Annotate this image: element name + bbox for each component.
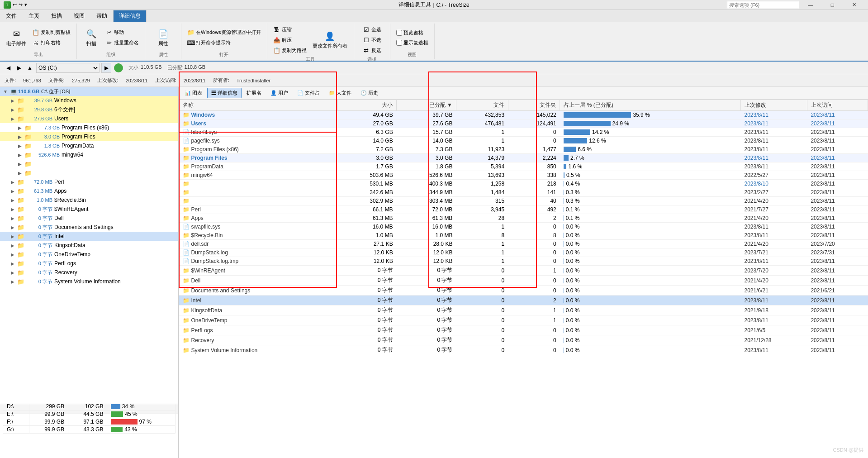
- tree-expand-20[interactable]: ▶: [9, 278, 16, 285]
- ribbon-btn-show-checkbox[interactable]: 显示复选框: [394, 38, 431, 48]
- tree-expand-15[interactable]: ▶: [9, 233, 16, 240]
- file-row-18[interactable]: 📁 $WinREAgent 0 字节 0 字节 0 1 0.0 % 2023/7…: [179, 266, 868, 276]
- col-folders[interactable]: 文件夹: [508, 100, 560, 111]
- tab-details[interactable]: 详细信息: [113, 10, 147, 22]
- tree-expand-6[interactable]: ▶: [16, 151, 24, 158]
- rescan-button[interactable]: [114, 63, 123, 72]
- col-files[interactable]: 文件: [456, 100, 508, 111]
- ribbon-btn-open-cmd[interactable]: ⌨ 打开命令提示符: [185, 38, 263, 48]
- forward-button[interactable]: ▶: [14, 63, 24, 72]
- preview-pane-checkbox[interactable]: [396, 30, 402, 36]
- go-button[interactable]: ▶: [101, 63, 111, 73]
- file-row-22[interactable]: 📁 KingsoftData 0 字节 0 字节 0 1 0.0 % 2021/…: [179, 305, 868, 315]
- tree-item-13[interactable]: ▶📁0 字节Dell: [0, 214, 178, 223]
- col-modified[interactable]: 上次修改: [740, 100, 807, 111]
- tab-scan[interactable]: 扫描: [45, 10, 68, 22]
- disk-row-1[interactable]: D:\ 299 GB 102 GB 34 %: [3, 404, 175, 410]
- file-row-4[interactable]: 📁 Program Files (x86) 7.2 GB 7.3 GB 11,9…: [179, 145, 868, 154]
- tree-expand-7[interactable]: ▶: [16, 160, 24, 167]
- tree-item-9[interactable]: ▶📁72.0 MBPerl: [0, 177, 178, 186]
- tree-item-4[interactable]: ▶📁3.0 GBProgram Files: [0, 132, 178, 141]
- tree-expand-16[interactable]: ▶: [9, 242, 16, 249]
- view-tab-4[interactable]: 📄 文件占: [293, 88, 324, 98]
- tree-expand-3[interactable]: ▶: [16, 124, 24, 131]
- file-row-20[interactable]: 📁 Documents and Settings 0 字节 0 字节 0 0 0…: [179, 286, 868, 296]
- up-button[interactable]: ▲: [25, 63, 34, 72]
- show-checkbox-checkbox[interactable]: [396, 40, 402, 46]
- view-tab-1[interactable]: ☰ 详细信息: [207, 88, 242, 98]
- file-row-15[interactable]: 📄 dell.sdr 27.1 KB 28.0 KB 1 0 0.0 % 202…: [179, 240, 868, 248]
- tree-item-10[interactable]: ▶📁61.3 MBApps: [0, 186, 178, 196]
- tree-item-17[interactable]: ▶📁0 字节OneDriveTemp: [0, 250, 178, 259]
- tree-expand-10[interactable]: ▶: [9, 187, 16, 195]
- quick-back[interactable]: ↩: [13, 2, 17, 8]
- tree-item-20[interactable]: ▶📁0 字节System Volume Information: [0, 277, 178, 286]
- file-row-2[interactable]: 📄 hiberfil.sys 6.3 GB 15.7 GB 1 0 14.2 %…: [179, 128, 868, 137]
- ribbon-btn-attributes[interactable]: 📄 属性: [152, 27, 174, 49]
- close-button[interactable]: ✕: [844, 0, 864, 10]
- ribbon-btn-compress[interactable]: 🗜 压缩: [271, 24, 309, 34]
- tab-help[interactable]: 帮助: [90, 10, 113, 22]
- file-row-12[interactable]: 📁 Apps 61.3 MB 61.3 MB 28 2 0.1 % 2021/4…: [179, 214, 868, 223]
- file-row-24[interactable]: 📁 PerfLogs 0 字节 0 字节 0 0 0.0 % 2021/6/5 …: [179, 325, 868, 335]
- ribbon-btn-rename[interactable]: ✏ 批量重命名: [103, 38, 141, 48]
- file-row-13[interactable]: 📄 swapfile.sys 16.0 MB 16.0 MB 1 0 0.0 %…: [179, 223, 868, 231]
- maximize-button[interactable]: □: [822, 0, 843, 10]
- view-tab-3[interactable]: 👤 用户: [266, 88, 292, 98]
- file-row-26[interactable]: 📁 System Volume Information 0 字节 0 字节 0 …: [179, 345, 868, 355]
- tree-expand-4[interactable]: ▶: [16, 133, 24, 140]
- tree-item-7[interactable]: ▶📁: [0, 159, 178, 168]
- file-row-6[interactable]: 📁 ProgramData 1.7 GB 1.8 GB 5,394 850 1.…: [179, 162, 868, 171]
- root-expand[interactable]: ▼: [2, 88, 9, 95]
- col-allocated[interactable]: 已分配 ▼: [397, 100, 456, 111]
- back-button[interactable]: ◀: [4, 63, 13, 72]
- ribbon-btn-preview-pane[interactable]: 预览窗格: [394, 28, 431, 38]
- disk-row-4[interactable]: G:\ 99.9 GB 43.3 GB 43 %: [3, 425, 175, 433]
- tree-expand-12[interactable]: ▶: [9, 205, 16, 213]
- tree-expand-5[interactable]: ▶: [16, 142, 24, 149]
- tree-expand-9[interactable]: ▶: [9, 178, 16, 186]
- disk-row-2[interactable]: E:\ 99.9 GB 44.5 GB 45 %: [3, 410, 175, 418]
- ribbon-btn-scan[interactable]: 🔍 扫描: [81, 27, 102, 49]
- right-content[interactable]: 名称 大小 已分配 ▼ 文件 文件夹 占上一层 % (已分配) 上次修改 上次访…: [179, 100, 868, 458]
- view-tab-2[interactable]: 扩展名: [242, 88, 266, 98]
- ribbon-btn-select-none[interactable]: ☐ 不选: [360, 35, 384, 45]
- tab-home[interactable]: 主页: [23, 10, 45, 22]
- file-row-9[interactable]: 📁 342.6 MB 344.9 MB 1,484 141 0.3 % 2023…: [179, 188, 868, 197]
- ribbon-btn-print[interactable]: 🖨 打印右格: [30, 38, 73, 48]
- tree-item-8[interactable]: ▶📁: [0, 168, 178, 177]
- file-row-21[interactable]: 📁 Intel 0 字节 0 字节 0 2 0.0 % 2023/8/11 20…: [179, 296, 868, 305]
- tree-expand-0[interactable]: ▶: [9, 97, 16, 104]
- file-row-23[interactable]: 📁 OneDriveTemp 0 字节 0 字节 0 1 0.0 % 2023/…: [179, 315, 868, 325]
- ribbon-btn-change-owner[interactable]: 👤 更改文件所有者: [310, 29, 350, 51]
- ribbon-btn-select-all[interactable]: ☑ 全选: [360, 24, 384, 34]
- file-row-5[interactable]: 📁 Program Files 3.0 GB 3.0 GB 14,379 2,2…: [179, 154, 868, 162]
- search-input[interactable]: [727, 1, 799, 9]
- file-row-7[interactable]: 📁 mingw64 503.6 MB 526.6 MB 13,693 338 0…: [179, 171, 868, 180]
- tree-expand-1[interactable]: ▶: [9, 106, 16, 113]
- tree-item-2[interactable]: ▶📁27.6 GBUsers: [0, 114, 178, 123]
- tree-item-5[interactable]: ▶📁1.8 GBProgramData: [0, 141, 178, 150]
- tree-expand-18[interactable]: ▶: [9, 260, 16, 267]
- col-accessed[interactable]: 上次访问: [807, 100, 868, 111]
- file-row-8[interactable]: 📁 530.1 MB 400.3 MB 1,258 218 0.4 % 2023…: [179, 180, 868, 188]
- tree-expand-11[interactable]: ▶: [9, 196, 16, 204]
- tab-view[interactable]: 视图: [68, 10, 90, 22]
- file-row-10[interactable]: 📁 302.9 MB 303.4 MB 315 40 0.3 % 2021/4/…: [179, 197, 868, 205]
- ribbon-btn-invert[interactable]: ⇄ 反选: [360, 45, 384, 55]
- minimize-button[interactable]: —: [800, 0, 821, 10]
- file-row-19[interactable]: 📁 Dell 0 字节 0 字节 0 0 0.0 % 2021/4/20 202…: [179, 276, 868, 286]
- tree-expand-13[interactable]: ▶: [9, 215, 16, 222]
- ribbon-btn-decompress[interactable]: 📤 解压: [271, 35, 309, 45]
- tree-item-12[interactable]: ▶📁0 字节$WinREAgent: [0, 205, 178, 214]
- tree-expand-17[interactable]: ▶: [9, 251, 16, 258]
- col-size[interactable]: 大小: [338, 100, 397, 111]
- ribbon-btn-email[interactable]: ✉ 电子邮件: [4, 27, 29, 49]
- col-pct[interactable]: 占上一层 % (已分配): [560, 100, 741, 111]
- tree-item-1[interactable]: ▶📁29.8 GB6个文件]: [0, 105, 178, 114]
- ribbon-btn-copy-path[interactable]: 📋 复制为路径: [271, 45, 309, 55]
- tree-area[interactable]: ▼ 💻 110.8 GB C:\ 位于 [OS] ▶📁39.7 GBWindow…: [0, 87, 178, 404]
- tree-item-6[interactable]: ▶📁526.6 MBmingw64: [0, 150, 178, 159]
- file-row-1[interactable]: 📁 Users 27.0 GB 27.6 GB 476,481 124,491 …: [179, 119, 868, 128]
- quick-forward[interactable]: ↪: [19, 2, 23, 8]
